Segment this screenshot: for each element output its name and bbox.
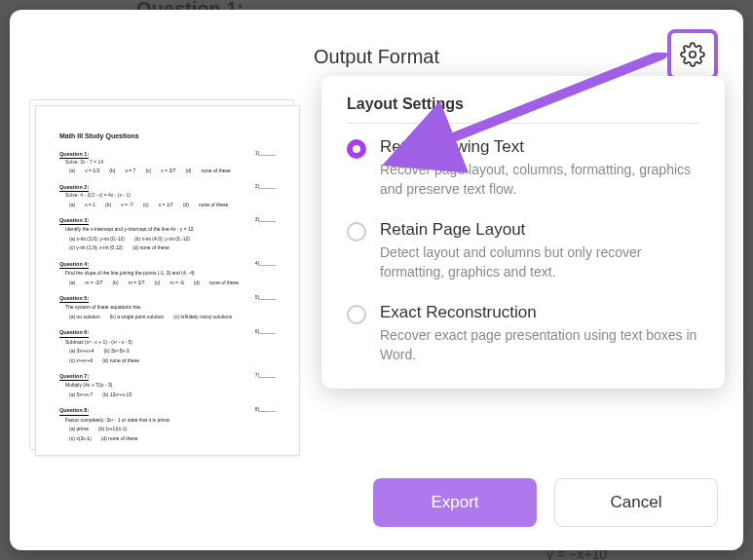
option-label: Exact Reconstruction (380, 303, 699, 322)
export-button[interactable]: Export (373, 478, 537, 527)
preview-doc-title: Math III Study Questions (59, 131, 276, 142)
layout-settings-button[interactable] (667, 29, 718, 80)
option-retain-flowing-text[interactable]: Retain Flowing Text Recover page layout,… (347, 137, 699, 199)
preview-page-front: Math III Study Questions Question 1:1)__… (35, 105, 300, 456)
cancel-button[interactable]: Cancel (554, 478, 718, 527)
svg-point-0 (690, 52, 697, 58)
option-description: Recover exact page presentation using te… (380, 326, 699, 364)
document-preview: Math III Study Questions Question 1:1)__… (35, 105, 300, 456)
popover-title: Layout Settings (347, 95, 699, 113)
modal-title: Output Format (314, 46, 439, 68)
radio-selected[interactable] (347, 139, 366, 159)
modal-footer: Export Cancel (373, 478, 718, 527)
option-description: Recover page layout, columns, formatting… (380, 161, 699, 199)
radio-unselected[interactable] (347, 222, 366, 242)
radio-unselected[interactable] (347, 305, 366, 324)
modal-header: Output Format (35, 37, 718, 76)
gear-icon (680, 42, 705, 67)
option-description: Detect layout and columns but only recov… (380, 243, 699, 281)
option-retain-page-layout[interactable]: Retain Page Layout Detect layout and col… (347, 220, 699, 281)
divider (347, 123, 699, 124)
option-label: Retain Flowing Text (380, 137, 699, 157)
layout-settings-popover: Layout Settings Retain Flowing Text Reco… (321, 76, 725, 389)
option-exact-reconstruction[interactable]: Exact Reconstruction Recover exact page … (347, 303, 699, 364)
option-label: Retain Page Layout (380, 220, 699, 240)
